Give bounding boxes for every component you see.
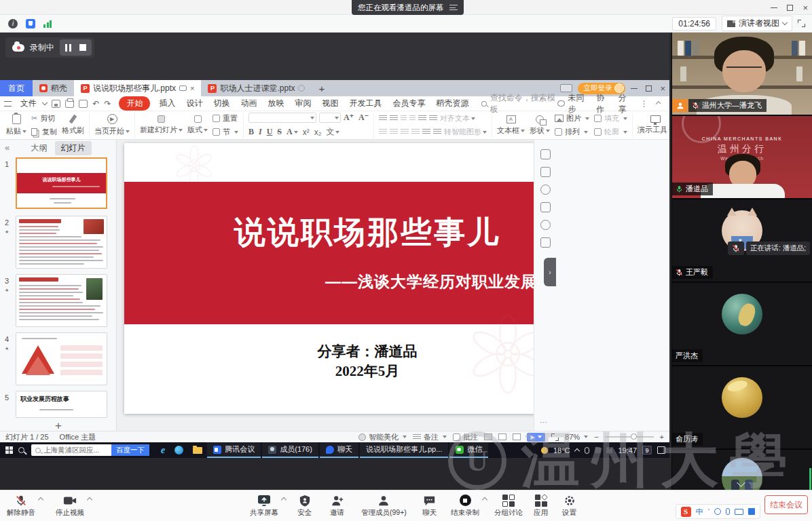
ime-emoji-icon[interactable] (714, 508, 721, 515)
menu-transition[interactable]: 切换 (208, 98, 234, 109)
tab-outline[interactable]: 大纲 (25, 141, 54, 155)
present-tools-button[interactable]: 演示工具 (638, 115, 669, 135)
close-tab-icon[interactable]: × (190, 84, 194, 92)
security-shield-icon[interactable] (26, 19, 35, 28)
italic-icon[interactable]: I (259, 127, 262, 137)
wps-maximize-button[interactable] (646, 85, 652, 92)
copy-button[interactable]: 复制 (31, 127, 57, 137)
print-icon[interactable] (65, 100, 74, 108)
security-button[interactable]: 安全 (297, 494, 312, 518)
ime-punct-icon[interactable]: ’ (708, 507, 709, 516)
participant-tile-4[interactable]: 严洪杰 (672, 283, 812, 365)
wps-minimize-button[interactable] (631, 88, 638, 89)
increase-font-icon[interactable]: A⁺ (344, 113, 354, 123)
image-tools-icon[interactable] (540, 237, 551, 248)
manage-members-button[interactable]: 管理成员(99+) (361, 494, 407, 518)
fullscreen-icon[interactable] (798, 20, 805, 27)
superscript-icon[interactable]: x² (303, 128, 310, 137)
start-button[interactable] (5, 446, 13, 454)
weather-temp[interactable]: 18°C (553, 446, 570, 455)
command-search[interactable]: 查找命令，搜索模板 (481, 92, 555, 115)
zoom-level[interactable]: 87% (565, 433, 588, 441)
undo-icon[interactable]: ↶ (92, 99, 99, 109)
tab-home[interactable]: 首页 (0, 80, 33, 96)
share-options-icon[interactable] (281, 497, 287, 503)
subscript-icon[interactable]: x₂ (314, 128, 322, 137)
tray-mic-icon[interactable] (585, 447, 589, 454)
preview-icon[interactable] (79, 100, 88, 108)
pages-icon[interactable] (540, 202, 551, 212)
invite-button[interactable]: 邀请 (330, 494, 344, 518)
baidu-search-box[interactable]: 上海黄浦区回应... 百度一下 (31, 444, 149, 456)
collab-button[interactable]: 协作 (596, 92, 610, 115)
video-options-icon[interactable] (87, 497, 92, 503)
mic-options-icon[interactable] (38, 497, 43, 503)
apps-button[interactable]: 应用 (534, 494, 548, 518)
menu-file[interactable]: 文件 (16, 98, 41, 109)
collapse-panel-icon[interactable]: « (5, 142, 10, 153)
tab-document-2[interactable]: P 职场人士进课堂.pptx (201, 80, 312, 96)
line-spacing-icon[interactable] (429, 115, 437, 121)
expand-panel-handle[interactable]: › (544, 258, 556, 286)
stop-recording-button[interactable] (79, 44, 86, 51)
font-select[interactable] (248, 113, 316, 123)
theme-name[interactable]: Office 主题 (60, 432, 96, 442)
underline-icon[interactable]: U (267, 127, 273, 137)
skin-badge-icon[interactable] (560, 84, 572, 92)
text-direction-icon[interactable] (418, 115, 426, 121)
menu-slideshow[interactable]: 放映 (263, 98, 289, 109)
taskbar-app-chat[interactable]: 聊天 (320, 442, 358, 458)
stop-record-button[interactable]: 结束录制 (451, 494, 479, 518)
participant-tile-6[interactable] (672, 450, 812, 490)
slide-thumbnail-4[interactable] (16, 332, 107, 385)
phonetic-icon[interactable]: 文 (326, 126, 339, 138)
ime-keyboard-icon[interactable] (735, 509, 743, 515)
menu-animation[interactable]: 动画 (236, 98, 261, 109)
sync-status[interactable]: 未同步 (557, 92, 589, 115)
new-slide-button[interactable]: 新建幻灯片 (140, 115, 183, 135)
beautify-button[interactable]: 智能美化 (358, 432, 407, 442)
taskbar-search-icon[interactable] (18, 447, 24, 453)
participant-tile-5[interactable]: 俞历涛 (672, 366, 812, 448)
taskbar-app-meeting[interactable]: 腾讯会议 (207, 442, 261, 458)
zoom-slider-thumb[interactable] (631, 433, 637, 440)
bold-icon[interactable]: B (248, 127, 254, 137)
minimize-button[interactable] (771, 7, 777, 8)
slideshow-button[interactable]: ▶ (527, 433, 545, 442)
watching-banner[interactable]: 您正在观看潘道品的屏幕 (352, 0, 464, 15)
menu-review[interactable]: 审阅 (290, 98, 316, 109)
normal-view-icon[interactable] (484, 433, 492, 440)
font-color-icon[interactable]: A (287, 127, 298, 137)
clock[interactable]: 19:47 (618, 446, 637, 455)
breakout-rooms-button[interactable]: 分组讨论 (494, 494, 523, 518)
ime-lang-indicator[interactable]: 中 (696, 507, 703, 517)
chat-button[interactable]: 聊天 (422, 494, 437, 518)
help-icon[interactable] (540, 220, 551, 230)
reset-button[interactable]: 重置 (213, 113, 238, 123)
slide-thumbnail-5[interactable]: 职业发展历程故事 (16, 391, 107, 418)
action-center-icon[interactable] (657, 446, 665, 454)
more-menu-icon[interactable]: ⋮ (640, 99, 648, 109)
slide-thumbnail-3[interactable] (16, 274, 107, 327)
tray-icon[interactable] (606, 447, 612, 453)
close-button[interactable]: × (802, 3, 808, 12)
notes-button[interactable]: 备注 (413, 432, 447, 442)
edge-icon[interactable] (174, 446, 183, 455)
shapes-button[interactable]: 形状 (530, 115, 550, 136)
slide-thumbnail-1[interactable]: 说说职场那些事儿 (16, 157, 107, 209)
properties-icon[interactable] (540, 167, 551, 177)
sidebar-scrollbar-thumb[interactable] (809, 468, 811, 491)
input-method-bar[interactable]: S 中 ’ (676, 504, 760, 519)
ime-mic-icon[interactable] (726, 508, 730, 515)
participant-tile-2[interactable]: CHINA MERCHANTS BANK 温州分行 Wenzhou Branch… (672, 116, 812, 198)
menu-devtools[interactable]: 开发工具 (344, 98, 386, 109)
font-size-select[interactable] (319, 113, 341, 123)
menu-design[interactable]: 设计 (181, 98, 207, 109)
baidu-search-button[interactable]: 百度一下 (111, 444, 149, 456)
sogou-icon[interactable]: S (681, 507, 691, 517)
pause-recording-button[interactable] (65, 44, 71, 52)
section-button[interactable]: 节 (213, 127, 238, 137)
tab-docer[interactable]: 稻壳 (33, 80, 74, 96)
menu-view[interactable]: 视图 (317, 98, 343, 109)
multilevel-list-icon[interactable] (433, 129, 441, 135)
